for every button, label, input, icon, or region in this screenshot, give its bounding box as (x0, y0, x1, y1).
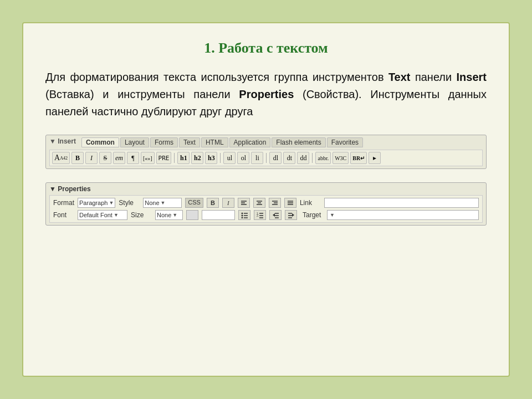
tab-favorites[interactable]: Favorites (327, 137, 363, 147)
font-label: Font (53, 211, 74, 219)
style-select[interactable]: None ▼ (143, 198, 182, 208)
btn-s[interactable]: S (99, 152, 111, 164)
btn-h3[interactable]: h3 (205, 152, 217, 164)
align-center-button[interactable] (253, 198, 265, 208)
slide-title: 1. Работа с текстом (45, 40, 487, 57)
insert-buttons-row: AA42 B I S em ¶ [«»] PRE h1 h2 h3 ul ol … (49, 150, 483, 166)
body-bold-insert: Insert (457, 71, 487, 83)
btn-br[interactable]: BR↵ (350, 152, 367, 164)
body-bold-text: Text (388, 71, 411, 83)
body-text-2: панели (411, 71, 457, 83)
style-select-arrow: ▼ (161, 200, 166, 206)
body-text-1: Для форматирования текста используется г… (45, 71, 388, 83)
link-label: Link (300, 199, 321, 207)
separator-2 (220, 153, 221, 163)
insert-toolbar-panel: ▼ Insert Common Layout Forms Text HTML A… (45, 135, 487, 169)
format-select-arrow: ▼ (109, 200, 114, 206)
btn-paragraph[interactable]: ¶ (127, 152, 139, 164)
svg-text:2.: 2. (257, 214, 259, 217)
props-row-2: Font Default Font ▼ Size None ▼ (53, 210, 479, 220)
format-value: Paragraph (79, 200, 108, 206)
tab-forms[interactable]: Forms (150, 137, 178, 147)
link-input[interactable] (324, 198, 479, 208)
tab-application[interactable]: Application (229, 137, 271, 147)
tab-layout[interactable]: Layout (120, 137, 149, 147)
btn-quotes[interactable]: [«»] (141, 152, 155, 164)
insert-tabs-row: ▼ Insert Common Layout Forms Text HTML A… (49, 137, 483, 147)
btn-ul[interactable]: ul (223, 152, 236, 164)
btn-h1[interactable]: h1 (177, 152, 190, 164)
slide-body: Для форматирования текста используется г… (45, 69, 487, 120)
btn-abbr[interactable]: abbr. (315, 152, 331, 164)
btn-i[interactable]: I (85, 152, 98, 164)
btn-a42[interactable]: AA42 (52, 152, 70, 164)
body-text-3: (Вставка) и инструменты панели (45, 88, 239, 100)
btn-ol[interactable]: ol (237, 152, 249, 164)
align-justify-button[interactable] (284, 198, 296, 208)
ordered-list-button[interactable]: 1.2. (254, 210, 266, 220)
size-label: Size (131, 211, 152, 219)
color-input[interactable] (202, 210, 235, 220)
separator-1 (174, 153, 175, 163)
align-left-button[interactable] (238, 198, 250, 208)
svg-marker-23 (273, 213, 275, 217)
target-label: Target (303, 211, 324, 219)
properties-panel: ▼ Properties Format Paragraph ▼ Style No… (45, 182, 487, 226)
css-button[interactable]: CSS (185, 198, 203, 208)
slide-container: 1. Работа с текстом Для форматирования т… (22, 22, 510, 377)
tab-text[interactable]: Text (179, 137, 200, 147)
italic-button[interactable]: I (222, 198, 234, 208)
font-select[interactable]: Default Font ▼ (78, 210, 127, 220)
separator-3 (266, 153, 267, 163)
properties-title-row: ▼ Properties (49, 185, 483, 193)
insert-label: ▼ Insert (49, 137, 76, 147)
props-row-1: Format Paragraph ▼ Style None ▼ CSS B I (53, 198, 479, 208)
body-bold-properties: Properties (239, 88, 294, 100)
font-select-arrow: ▼ (114, 212, 119, 218)
btn-dl[interactable]: dl (269, 152, 282, 164)
tab-flash[interactable]: Flash elements (272, 137, 325, 147)
btn-li[interactable]: li (251, 152, 263, 164)
format-label: Format (53, 199, 74, 207)
text-color-box[interactable] (186, 210, 198, 220)
size-select[interactable]: None ▼ (155, 210, 183, 220)
tab-html[interactable]: HTML (201, 137, 228, 147)
properties-rows: Format Paragraph ▼ Style None ▼ CSS B I (49, 195, 483, 223)
btn-dt[interactable]: dt (283, 152, 295, 164)
btn-w3c[interactable]: W3C (332, 152, 349, 164)
format-select[interactable]: Paragraph ▼ (78, 198, 115, 208)
font-value: Default Font (79, 212, 112, 218)
target-select-arrow: ▼ (330, 212, 335, 218)
size-value: None (157, 212, 171, 218)
svg-point-12 (241, 213, 243, 214)
indent-decrease-button[interactable] (269, 210, 282, 220)
btn-dd[interactable]: dd (297, 152, 309, 164)
btn-more[interactable]: ▸ (369, 152, 381, 164)
tab-common[interactable]: Common (81, 137, 119, 147)
align-right-button[interactable] (269, 198, 281, 208)
unordered-list-button[interactable] (238, 210, 250, 220)
btn-b[interactable]: B (71, 152, 84, 164)
size-select-arrow: ▼ (172, 212, 177, 218)
bold-button[interactable]: B (207, 198, 219, 208)
target-select[interactable]: ▼ (327, 210, 479, 220)
svg-marker-27 (292, 213, 294, 217)
btn-em[interactable]: em (113, 152, 125, 164)
separator-4 (312, 153, 313, 163)
btn-pre[interactable]: PRE (156, 152, 172, 164)
style-label: Style (119, 199, 140, 207)
btn-h2[interactable]: h2 (191, 152, 203, 164)
svg-point-16 (241, 217, 243, 219)
style-value: None (145, 200, 159, 206)
properties-label: ▼ Properties (49, 185, 91, 193)
svg-point-14 (241, 215, 243, 217)
indent-increase-button[interactable] (285, 210, 297, 220)
